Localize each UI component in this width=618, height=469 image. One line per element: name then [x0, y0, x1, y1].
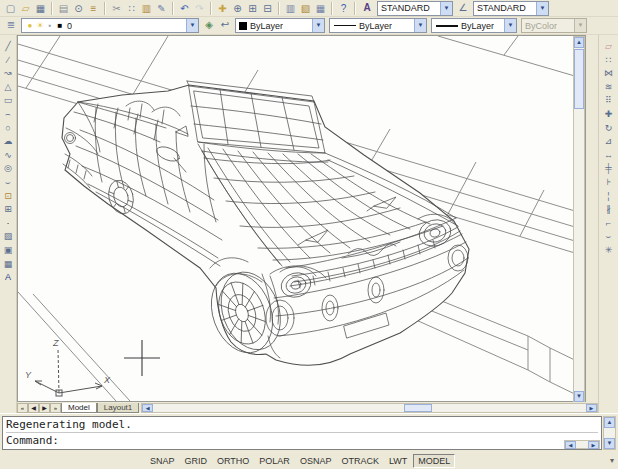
designcenter-icon[interactable]: ▧ — [298, 1, 313, 16]
mtext-icon[interactable]: A — [1, 270, 15, 284]
chevron-down-icon[interactable]: ▼ — [536, 2, 548, 15]
help-icon[interactable]: ? — [336, 1, 351, 16]
command-prompt-line[interactable]: Command: — [6, 433, 598, 448]
layer-color-swatch-icon[interactable]: ■ — [55, 18, 65, 33]
line-icon[interactable]: ╱ — [1, 39, 15, 53]
offset-icon[interactable]: ≋ — [602, 80, 616, 94]
layer-on-bulb-icon[interactable]: ● — [25, 18, 35, 33]
toggle-otrack[interactable]: OTRACK — [337, 455, 383, 467]
tab-layout1[interactable]: Layout1 — [97, 403, 139, 413]
scroll-right-icon[interactable]: ▶ — [588, 441, 599, 449]
save-icon[interactable]: ▦ — [33, 1, 48, 16]
command-horizontal-scrollbar[interactable]: ◀ ▶ — [564, 440, 600, 449]
scroll-left-icon[interactable]: ◀ — [565, 441, 576, 449]
break-at-point-icon[interactable]: ¦ — [602, 189, 616, 203]
match-properties-icon[interactable]: ✎ — [154, 1, 169, 16]
scroll-left-icon[interactable]: ◀ — [142, 404, 153, 412]
scroll-up-icon[interactable]: ▲ — [574, 37, 584, 48]
properties-icon[interactable]: ▥ — [283, 1, 298, 16]
layer-previous-button[interactable]: ↩ — [217, 18, 233, 33]
make-object-layer-current-button[interactable]: ◈ — [201, 18, 217, 33]
layer-freeze-sun-icon[interactable]: ☀ — [35, 18, 45, 33]
tool-palettes-icon[interactable]: ▦ — [313, 1, 328, 16]
chevron-down-icon[interactable]: ▼ — [186, 19, 198, 32]
text-style-combo[interactable]: STANDARD ▼ — [377, 1, 453, 16]
mirror-icon[interactable]: ⋈ — [602, 66, 616, 80]
stretch-icon[interactable]: ↔ — [602, 148, 616, 162]
chevron-down-icon[interactable]: ▼ — [504, 19, 516, 32]
redo-icon[interactable]: ↷ — [192, 1, 207, 16]
hatch-icon[interactable]: ▨ — [1, 229, 15, 243]
status-tray-arrow-icon[interactable]: ▾ — [610, 456, 614, 465]
zoom-previous-icon[interactable]: ⊟ — [260, 1, 275, 16]
polygon-icon[interactable]: △ — [1, 80, 15, 94]
toggle-grid[interactable]: GRID — [181, 455, 212, 467]
zoom-window-icon[interactable]: ⊞ — [245, 1, 260, 16]
linetype-control-combo[interactable]: ByLayer ▼ — [329, 18, 427, 33]
chevron-down-icon[interactable]: ▼ — [312, 19, 324, 32]
tab-first-button[interactable]: « — [17, 403, 28, 413]
tab-next-button[interactable]: ▶ — [39, 403, 50, 413]
dim-style-combo[interactable]: STANDARD ▼ — [473, 1, 549, 16]
copy-clip-icon[interactable]: ∷ — [124, 1, 139, 16]
array-icon[interactable]: ⠿ — [602, 93, 616, 107]
rotate-icon[interactable]: ↻ — [602, 121, 616, 135]
table-icon[interactable]: ▦ — [1, 257, 15, 271]
zoom-realtime-icon[interactable]: ⊕ — [230, 1, 245, 16]
polyline-icon[interactable]: ↝ — [1, 66, 15, 80]
layer-manager-button[interactable]: ≣ — [3, 18, 19, 33]
toggle-lwt[interactable]: LWT — [385, 455, 411, 467]
horizontal-scroll-thumb[interactable] — [404, 404, 432, 412]
break-icon[interactable]: ∦ — [602, 202, 616, 216]
ellipse-arc-icon[interactable]: ⌣ — [1, 175, 15, 189]
revcloud-icon[interactable]: ☁ — [1, 134, 15, 148]
explode-icon[interactable]: ✳ — [602, 243, 616, 257]
lineweight-control-combo[interactable]: ByLayer ▼ — [431, 18, 517, 33]
toggle-polar[interactable]: POLAR — [255, 455, 294, 467]
tab-last-button[interactable]: » — [50, 403, 61, 413]
copy-object-icon[interactable]: ∷ — [602, 53, 616, 67]
layer-combo[interactable]: ●☀▪■ 0 ▼ — [21, 18, 199, 33]
color-control-combo[interactable]: ByLayer ▼ — [235, 18, 325, 33]
scroll-up-icon[interactable]: ▲ — [604, 417, 615, 428]
trim-icon[interactable]: ╪ — [602, 161, 616, 175]
toggle-snap[interactable]: SNAP — [146, 455, 179, 467]
make-block-icon[interactable]: ⊞ — [1, 202, 15, 216]
scroll-right-icon[interactable]: ▶ — [586, 404, 597, 412]
dim-style-button[interactable]: ∠ — [455, 1, 471, 16]
region-icon[interactable]: ▣ — [1, 243, 15, 257]
model-space-viewport[interactable]: Z X Y ▲ ▼ — [17, 35, 586, 402]
toggle-osnap[interactable]: OSNAP — [296, 455, 336, 467]
construction-line-icon[interactable]: ∕ — [1, 53, 15, 67]
chamfer-icon[interactable]: ⌐ — [602, 216, 616, 230]
paste-icon[interactable]: ▥ — [139, 1, 154, 16]
scroll-down-icon[interactable]: ▼ — [604, 438, 615, 449]
cut-icon[interactable]: ✂ — [109, 1, 124, 16]
tab-prev-button[interactable]: ◀ — [28, 403, 39, 413]
plot-icon[interactable]: ▤ — [56, 1, 71, 16]
command-scrollbar[interactable]: ▲ ▼ — [603, 416, 616, 450]
text-style-button[interactable]: A — [359, 1, 375, 16]
pan-icon[interactable]: ✚ — [215, 1, 230, 16]
ellipse-icon[interactable]: ◎ — [1, 161, 15, 175]
qnew-icon[interactable]: ▢ — [3, 1, 18, 16]
move-icon[interactable]: ✚ — [602, 107, 616, 121]
point-icon[interactable]: · — [1, 216, 15, 230]
canvas-vertical-scrollbar[interactable]: ▲ ▼ — [573, 36, 585, 403]
chevron-down-icon[interactable]: ▼ — [414, 19, 426, 32]
layer-lock-icon[interactable]: ▪ — [45, 18, 55, 33]
scroll-down-icon[interactable]: ▼ — [574, 391, 584, 402]
undo-icon[interactable]: ↶ — [177, 1, 192, 16]
chevron-down-icon[interactable]: ▼ — [440, 2, 452, 15]
fillet-icon[interactable]: ⌣ — [602, 229, 616, 243]
extend-icon[interactable]: ⊦ — [602, 175, 616, 189]
canvas-horizontal-scrollbar[interactable]: ◀ ▶ — [141, 403, 598, 413]
toggle-ortho[interactable]: ORTHO — [213, 455, 253, 467]
open-icon[interactable]: ▱ — [18, 1, 33, 16]
spline-icon[interactable]: ∿ — [1, 148, 15, 162]
arc-icon[interactable]: ⌢ — [1, 107, 15, 121]
plot-preview-icon[interactable]: ⊙ — [71, 1, 86, 16]
publish-icon[interactable]: ≡ — [86, 1, 101, 16]
scale-icon[interactable]: ⊿ — [602, 134, 616, 148]
drawing-canvas[interactable]: Z X Y — [18, 36, 585, 401]
